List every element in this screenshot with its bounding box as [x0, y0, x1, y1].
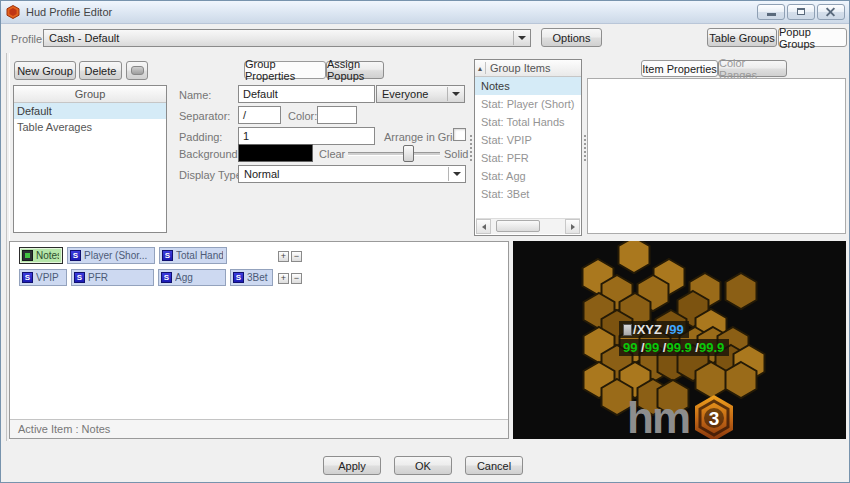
- background-color-swatch[interactable]: [238, 144, 313, 162]
- minimize-button[interactable]: [757, 4, 785, 20]
- table-groups-button[interactable]: Table Groups: [707, 28, 777, 47]
- group-item-row[interactable]: Stat: PFR: [475, 149, 581, 167]
- chip-label: 3Bet: [247, 272, 268, 283]
- group-item-row[interactable]: Stat: 3Bet: [475, 185, 581, 203]
- svg-text:3: 3: [709, 408, 720, 429]
- separator-input[interactable]: /: [238, 106, 281, 124]
- close-button[interactable]: [817, 4, 845, 20]
- group-item-row[interactable]: Stat: Agg: [475, 167, 581, 185]
- notes-icon: [22, 250, 33, 261]
- hud-chip[interactable]: STotal Hands: [159, 247, 227, 264]
- tab-color-ranges[interactable]: Color Ranges: [718, 60, 787, 77]
- group-column-header: Group: [75, 88, 106, 100]
- active-item-text: Active Item : Notes: [18, 423, 110, 435]
- maximize-button[interactable]: [787, 4, 815, 20]
- group-items-column-header: Group Items: [490, 62, 551, 74]
- ok-button[interactable]: OK: [394, 456, 452, 475]
- padding-input[interactable]: 1: [238, 127, 375, 145]
- chip-label: Agg: [175, 272, 193, 283]
- arrow-left-icon: [482, 224, 486, 230]
- arrange-in-grid-label: Arrange in Grid: [384, 131, 459, 143]
- misc-group-button[interactable]: [126, 61, 148, 80]
- hud-chip[interactable]: SPFR: [71, 269, 154, 286]
- hud-preview-line2: 99 /99 /99.9 /99.9: [619, 339, 729, 356]
- display-type-select[interactable]: Normal: [238, 165, 466, 183]
- group-row[interactable]: Table Averages: [14, 119, 166, 135]
- group-list: Group DefaultTable Averages: [13, 85, 167, 233]
- horizontal-scrollbar[interactable]: [476, 218, 580, 234]
- tab-item-properties[interactable]: Item Properties: [641, 60, 718, 77]
- chip-label: Notes: [36, 250, 59, 261]
- stat-icon: S: [233, 272, 244, 283]
- hud-profile-editor-window: Hud Profile Editor Profile: Cash - Defau…: [0, 0, 850, 483]
- color-swatch[interactable]: [317, 106, 357, 124]
- new-group-button[interactable]: New Group: [14, 61, 76, 80]
- hud-chip[interactable]: SVPIP: [19, 269, 67, 286]
- stat-icon: S: [70, 250, 81, 261]
- group-item-row[interactable]: Stat: VPIP: [475, 131, 581, 149]
- group-item-row[interactable]: Stat: Player (Short): [475, 95, 581, 113]
- display-type-label: Display Type:: [179, 169, 245, 181]
- scrollbar-thumb[interactable]: [496, 220, 540, 232]
- group-items-rows: NotesStat: Player (Short)Stat: Total Han…: [475, 77, 581, 203]
- group-items-header[interactable]: ▴ Group Items: [475, 60, 581, 77]
- color-label: Color:: [288, 110, 317, 122]
- hud-chip[interactable]: Notes: [19, 247, 63, 264]
- background-label: Background:: [179, 148, 241, 160]
- group-item-row[interactable]: Notes: [475, 77, 581, 95]
- arrange-in-grid-checkbox[interactable]: [453, 128, 466, 141]
- separator-label: Separator:: [179, 110, 230, 122]
- clear-label: Clear: [319, 148, 345, 160]
- minimize-icon: [767, 13, 776, 16]
- splitter-grip[interactable]: [584, 135, 586, 161]
- apply-button[interactable]: Apply: [323, 456, 381, 475]
- tab-assign-popups[interactable]: Assign Popups: [326, 61, 384, 79]
- note-icon: [623, 324, 632, 336]
- hud-layout-panel: NotesSPlayer (Shor...STotal Hands SVPIPS…: [9, 241, 509, 439]
- chevron-down-icon[interactable]: [447, 87, 463, 101]
- background-opacity-slider-track[interactable]: [348, 152, 440, 156]
- group-list-header[interactable]: Group: [14, 86, 166, 103]
- chip-label: Player (Shor...: [84, 250, 147, 261]
- chevron-down-icon[interactable]: [448, 167, 464, 181]
- background-opacity-slider-thumb[interactable]: [403, 145, 414, 162]
- stat-icon: S: [22, 272, 33, 283]
- options-button[interactable]: Options: [541, 28, 602, 47]
- splitter-grip[interactable]: [470, 135, 472, 161]
- stat-icon: S: [161, 272, 172, 283]
- solid-label: Solid: [444, 148, 468, 160]
- add-row-button[interactable]: +: [278, 273, 289, 284]
- tab-group-properties[interactable]: Group Properties: [244, 61, 326, 79]
- scroll-left-button[interactable]: [476, 219, 491, 234]
- audience-select-value: Everyone: [382, 88, 428, 100]
- hud-chip[interactable]: SAgg: [158, 269, 226, 286]
- hud-chip[interactable]: SPlayer (Shor...: [67, 247, 155, 264]
- hm3-logo-hexagon-icon: 3: [691, 393, 737, 439]
- hud-chip[interactable]: S3Bet: [230, 269, 273, 286]
- remove-row-button[interactable]: −: [291, 273, 302, 284]
- chip-label: VPIP: [36, 272, 59, 283]
- cancel-button[interactable]: Cancel: [465, 456, 523, 475]
- add-row-button[interactable]: +: [278, 251, 289, 262]
- scroll-right-button[interactable]: [565, 219, 580, 234]
- group-list-rows: DefaultTable Averages: [14, 103, 166, 135]
- delete-group-button[interactable]: Delete: [79, 61, 122, 80]
- hud-preview-panel: /XYZ /99 99 /99 /99.9 /99.9 hm 3: [513, 241, 846, 439]
- popup-groups-button[interactable]: Popup Groups: [778, 28, 847, 47]
- stat-icon: S: [74, 272, 85, 283]
- name-input[interactable]: Default: [238, 85, 375, 103]
- padding-input-value: 1: [243, 130, 249, 142]
- group-row[interactable]: Default: [14, 103, 166, 119]
- audience-select[interactable]: Everyone: [376, 85, 465, 103]
- profile-select[interactable]: Cash - Default: [43, 29, 531, 47]
- padding-label: Padding:: [179, 131, 222, 143]
- app-logo-icon: [6, 5, 20, 19]
- group-item-row[interactable]: Stat: Total Hands: [475, 113, 581, 131]
- hud-row-1: NotesSPlayer (Shor...STotal Hands: [19, 247, 231, 264]
- group-items-list: ▴ Group Items NotesStat: Player (Short)S…: [474, 59, 582, 236]
- chevron-down-icon[interactable]: [513, 31, 529, 45]
- separator-input-value: /: [243, 109, 246, 121]
- remove-row-button[interactable]: −: [291, 251, 302, 262]
- display-type-select-value: Normal: [244, 168, 279, 180]
- chip-label: PFR: [88, 272, 108, 283]
